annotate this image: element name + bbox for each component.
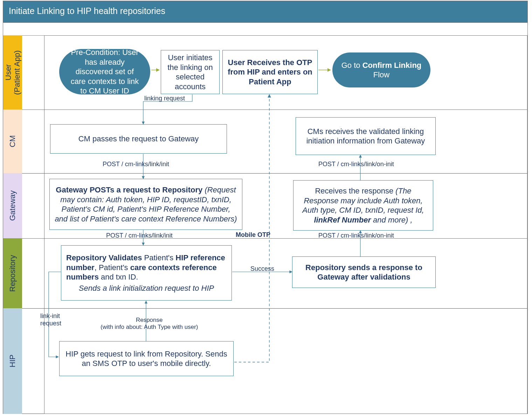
lane-divider [22, 414, 527, 414]
label-linking-request: linking request [144, 95, 185, 102]
cm-receives-box: CMs receives the validated linking initi… [296, 117, 436, 155]
label-mobile-otp: Mobile OTP [236, 231, 270, 239]
lane-divider [22, 238, 527, 239]
goto-confirm-pill: Go to Confirm Linking Flow [332, 52, 430, 87]
lane-header-hip: HIP [3, 308, 22, 414]
swimlanes: User (Patient App) CM Gateway Repository… [3, 23, 527, 414]
lane-header-gateway: Gateway [3, 173, 22, 238]
hip-gets-box: HIP gets request to link from Repository… [59, 341, 234, 376]
repo-sends-box: Repository sends a response to Gateway a… [292, 256, 436, 288]
label-post-init-1: POST / cm-links/link/init [103, 161, 169, 168]
label-success: Success [250, 265, 274, 273]
user-initiates-box: User initiates the linking on selected a… [161, 50, 220, 94]
lane-header-user: User (Patient App) [3, 35, 22, 110]
lane-divider [22, 35, 527, 36]
lane-divider [22, 173, 527, 174]
diagram-title: Initiate Linking to HIP health repositor… [3, 1, 527, 23]
diagram-container: Initiate Linking to HIP health repositor… [3, 1, 528, 414]
lane-divider [22, 110, 527, 110]
user-receives-otp-box: User Receives the OTP from HIP and enter… [222, 50, 318, 94]
cm-passes-box: CM passes the request to Gateway [50, 124, 227, 154]
gateway-receives-box: Receives the response (The Response may … [293, 180, 433, 231]
label-post-on-init-2: POST / cm-links/link/on-init [318, 161, 394, 168]
label-response-hip: Response (with info about: Auth Type wit… [101, 317, 198, 331]
precondition-pill: Pre-Condition: User has already discover… [59, 49, 150, 94]
label-link-init-request: link-init request [40, 312, 61, 327]
gateway-posts-box: Gateway POSTs a request to Repository (R… [49, 179, 242, 230]
lane-header-repository: Repository [3, 238, 22, 308]
label-post-on-init-1: POST / cm-links/link/on-init [318, 232, 394, 239]
lane-header-cm: CM [3, 110, 22, 173]
label-post-init-2: POST / cm-links/link/init [106, 232, 173, 239]
repo-validates-box: Repository Validates Patient's HIP refer… [61, 245, 232, 301]
lane-divider [22, 308, 527, 309]
